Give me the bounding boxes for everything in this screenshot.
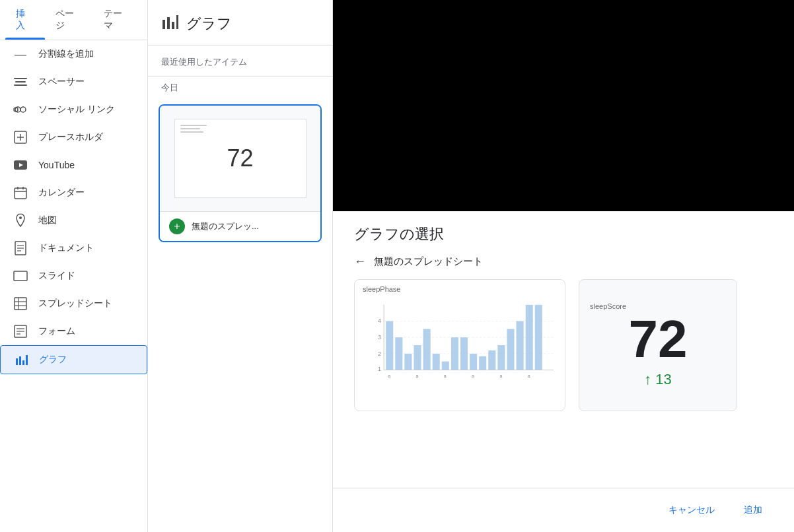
svg-rect-20 xyxy=(14,271,27,281)
cancel-button[interactable]: キャンセル xyxy=(658,499,725,521)
charts-row: sleepPhase 4 3 2 1 xyxy=(333,279,794,488)
svg-rect-60 xyxy=(517,321,524,370)
svg-text:a: a xyxy=(416,374,419,378)
right-panel: グラフの選択 ← 無題のスプレッドシート sleepPhase xyxy=(333,0,794,532)
svg-rect-52 xyxy=(442,362,449,370)
svg-rect-33 xyxy=(162,20,165,29)
chart1-label: sleepPhase xyxy=(363,285,401,293)
add-spreadsheet-icon: + xyxy=(169,218,185,234)
sidebar-item-calendar[interactable]: カレンダー xyxy=(0,179,147,207)
svg-rect-48 xyxy=(404,354,412,370)
tab-theme[interactable]: テーマ xyxy=(93,0,142,40)
breadcrumb-text: 無題のスプレッドシート xyxy=(374,255,483,268)
sidebar-item-label: 分割線を追加 xyxy=(38,48,94,60)
slide-icon xyxy=(13,269,28,283)
divider-icon: — xyxy=(13,47,28,61)
tab-page[interactable]: ページ xyxy=(45,0,94,40)
map-icon xyxy=(13,213,28,228)
middle-header: グラフ xyxy=(148,0,332,46)
recent-section-label: 最近使用したアイテム xyxy=(148,46,332,73)
card-preview: 72 xyxy=(160,106,320,211)
sidebar-item-form[interactable]: フォーム xyxy=(0,317,147,345)
svg-rect-51 xyxy=(433,354,440,370)
sidebar-item-label: スプレッドシート xyxy=(38,298,112,310)
sidebar-item-document[interactable]: ドキュメント xyxy=(0,234,147,262)
bottom-buttons: キャンセル 追加 xyxy=(333,488,794,532)
sidebar-item-label: ソーシャル リンク xyxy=(38,104,115,116)
sidebar-item-label: フォーム xyxy=(38,325,75,337)
sidebar-item-label: カレンダー xyxy=(38,187,85,199)
svg-rect-21 xyxy=(15,298,26,310)
svg-rect-2 xyxy=(14,84,27,86)
svg-text:2: 2 xyxy=(378,350,381,357)
svg-rect-36 xyxy=(176,15,178,29)
svg-text:a: a xyxy=(528,374,530,378)
sleep-score-number: 72 xyxy=(629,313,688,366)
graph-icon xyxy=(14,352,28,367)
svg-text:a: a xyxy=(388,374,390,378)
svg-rect-49 xyxy=(414,345,421,370)
form-icon xyxy=(13,324,28,339)
svg-text:a: a xyxy=(499,374,502,378)
sidebar-item-divider[interactable]: — 分割線を追加 xyxy=(0,40,147,68)
svg-text:4: 4 xyxy=(378,318,381,325)
sidebar: 挿入 ページ テーマ — 分割線を追加 スペーサー ソーシャル リンク プレース… xyxy=(0,0,148,532)
sidebar-item-label: YouTube xyxy=(38,160,75,170)
middle-panel: グラフ 最近使用したアイテム 今日 72 + 無題のスプレッ... xyxy=(148,0,333,532)
card-name: 無題のスプレッ... xyxy=(192,220,259,232)
svg-rect-47 xyxy=(395,337,402,370)
sidebar-item-graph[interactable]: グラフ xyxy=(0,345,147,374)
calendar-icon xyxy=(13,185,28,200)
bar-chart-container: 4 3 2 1 xyxy=(355,280,565,411)
sleep-phase-chart-card[interactable]: sleepPhase 4 3 2 1 xyxy=(354,279,565,411)
sleep-score-chart-card[interactable]: sleepScore 72 ↑ 13 xyxy=(579,279,737,411)
spreadsheet-card[interactable]: 72 + 無題のスプレッ... xyxy=(159,104,322,242)
svg-rect-29 xyxy=(16,358,18,365)
spreadsheet-icon xyxy=(13,296,28,311)
svg-rect-62 xyxy=(535,305,542,370)
svg-rect-53 xyxy=(451,337,458,370)
bar-chart-svg: 4 3 2 1 xyxy=(371,298,557,389)
svg-rect-54 xyxy=(460,337,468,370)
sidebar-item-label: 地図 xyxy=(38,215,57,226)
spacer-icon xyxy=(13,75,28,89)
sidebar-item-placeholder[interactable]: プレースホルダ xyxy=(0,123,147,151)
sidebar-item-slide[interactable]: スライド xyxy=(0,262,147,290)
svg-text:a: a xyxy=(472,374,474,378)
sidebar-item-label: プレースホルダ xyxy=(38,131,103,143)
sidebar-item-youtube[interactable]: YouTube xyxy=(0,151,147,179)
chart2-label: sleepScore xyxy=(590,302,626,310)
svg-text:3: 3 xyxy=(378,334,381,341)
sidebar-item-label: スライド xyxy=(38,270,75,282)
add-button[interactable]: 追加 xyxy=(733,499,773,521)
sidebar-item-label: ドキュメント xyxy=(38,242,94,254)
svg-rect-56 xyxy=(479,356,486,370)
svg-rect-34 xyxy=(167,17,170,29)
sidebar-item-label: スペーサー xyxy=(38,76,85,88)
breadcrumb-row: ← 無題のスプレッドシート xyxy=(333,249,794,279)
sidebar-item-spreadsheet[interactable]: スプレッドシート xyxy=(0,290,147,317)
svg-text:1: 1 xyxy=(378,366,381,372)
svg-rect-55 xyxy=(470,354,477,370)
social-icon xyxy=(13,102,28,117)
svg-rect-30 xyxy=(19,356,21,365)
back-arrow-icon[interactable]: ← xyxy=(354,255,366,269)
sidebar-item-social-link[interactable]: ソーシャル リンク xyxy=(0,96,147,123)
svg-rect-1 xyxy=(15,81,26,83)
card-inner: 72 xyxy=(174,119,307,198)
svg-rect-59 xyxy=(507,329,514,370)
document-icon xyxy=(13,241,28,255)
placeholder-icon xyxy=(13,130,28,145)
sidebar-item-map[interactable]: 地図 xyxy=(0,207,147,234)
sidebar-tabs: 挿入 ページ テーマ xyxy=(0,0,147,40)
youtube-icon xyxy=(13,158,28,172)
card-lines xyxy=(180,125,207,133)
sidebar-item-label: グラフ xyxy=(39,354,67,366)
svg-rect-57 xyxy=(488,350,495,370)
sidebar-item-spacer[interactable]: スペーサー xyxy=(0,68,147,96)
graph-selection-title: グラフの選択 xyxy=(333,211,794,249)
svg-rect-11 xyxy=(15,188,26,199)
svg-rect-58 xyxy=(497,345,505,370)
tab-insert[interactable]: 挿入 xyxy=(5,0,45,40)
svg-rect-31 xyxy=(22,360,24,365)
